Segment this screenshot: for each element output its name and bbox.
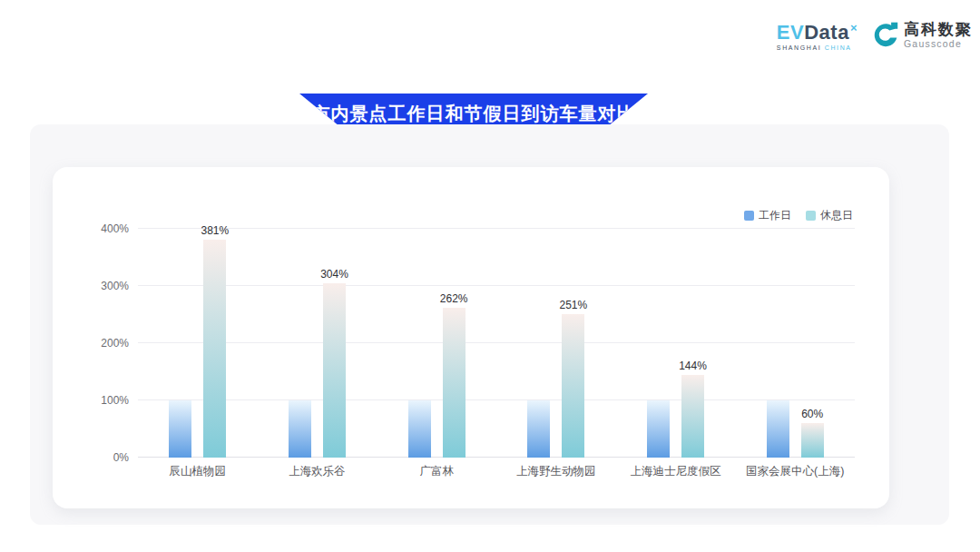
bar-工作日[interactable] bbox=[647, 400, 670, 458]
x-axis-category-label: 国家会展中心(上海) bbox=[735, 464, 855, 479]
bar-工作日[interactable] bbox=[767, 400, 789, 458]
bar-工作日[interactable] bbox=[408, 400, 431, 458]
bar-slot: 144% bbox=[681, 229, 704, 458]
legend-item-工作日[interactable]: 工作日 bbox=[744, 208, 791, 223]
bar-slot bbox=[169, 229, 191, 458]
chart-card: 工作日休息日 0%100%200%300%400%381%304%262%251… bbox=[53, 167, 889, 508]
value-label: 304% bbox=[320, 268, 348, 281]
value-label: 144% bbox=[679, 360, 707, 372]
bar-slot: 304% bbox=[323, 229, 346, 458]
content-panel: 工作日休息日 0%100%200%300%400%381%304%262%251… bbox=[30, 124, 949, 525]
evdata-x-icon: × bbox=[850, 21, 858, 34]
bar-slot bbox=[408, 229, 431, 458]
bar-休息日[interactable] bbox=[443, 308, 466, 458]
bar-slot: 251% bbox=[562, 229, 584, 458]
page: EVData× SHANGHAI CHINA 高科数聚 Gausscode 市内… bbox=[0, 0, 980, 552]
bar-工作日[interactable] bbox=[289, 400, 311, 458]
bar-group: 381% bbox=[138, 229, 258, 458]
gausscode-logo-cn: 高科数聚 bbox=[904, 21, 973, 38]
value-label: 381% bbox=[201, 224, 229, 237]
legend-label: 工作日 bbox=[759, 208, 791, 223]
y-tick-label: 300% bbox=[82, 280, 129, 292]
bar-slot bbox=[527, 229, 550, 458]
bar-休息日[interactable] bbox=[203, 240, 226, 458]
y-tick-label: 100% bbox=[82, 394, 129, 407]
x-axis-category-label: 广富林 bbox=[377, 464, 496, 479]
bar-工作日[interactable] bbox=[527, 400, 550, 458]
evdata-logo-text: EVData× bbox=[777, 18, 858, 43]
x-axis-category-label: 上海迪士尼度假区 bbox=[616, 464, 736, 479]
chart-legend: 工作日休息日 bbox=[744, 208, 853, 223]
bar-slot bbox=[289, 229, 311, 458]
y-tick-label: 400% bbox=[82, 222, 129, 235]
bar-slot bbox=[767, 229, 789, 458]
x-axis-category-label: 上海野生动物园 bbox=[496, 464, 616, 479]
bar-slot: 60% bbox=[801, 229, 824, 458]
y-tick-label: 0% bbox=[82, 451, 129, 464]
bar-休息日[interactable] bbox=[323, 283, 346, 458]
bar-group: 144% bbox=[616, 229, 736, 458]
value-label: 251% bbox=[559, 299, 587, 311]
gausscode-logo-icon bbox=[870, 20, 899, 49]
gausscode-logo: 高科数聚 Gausscode bbox=[870, 20, 973, 49]
bar-group: 304% bbox=[258, 229, 377, 458]
gausscode-logo-en: Gausscode bbox=[904, 38, 973, 49]
bar-休息日[interactable] bbox=[562, 314, 584, 458]
value-label: 262% bbox=[440, 292, 468, 305]
x-axis-category-label: 辰山植物园 bbox=[138, 464, 258, 479]
bar-工作日[interactable] bbox=[169, 400, 191, 458]
bar-休息日[interactable] bbox=[681, 375, 704, 458]
value-label: 60% bbox=[801, 408, 823, 420]
bar-group: 60% bbox=[735, 229, 855, 458]
bar-group: 251% bbox=[496, 229, 616, 458]
legend-item-休息日[interactable]: 休息日 bbox=[806, 208, 853, 223]
plot-area: 0%100%200%300%400%381%304%262%251%144%60… bbox=[138, 229, 855, 458]
y-tick-label: 200% bbox=[82, 337, 129, 350]
legend-swatch-icon bbox=[806, 211, 816, 221]
bar-slot: 262% bbox=[443, 229, 466, 458]
x-axis-category-label: 上海欢乐谷 bbox=[258, 464, 377, 479]
legend-swatch-icon bbox=[744, 211, 754, 221]
bar-slot bbox=[647, 229, 670, 458]
evdata-logo: EVData× SHANGHAI CHINA bbox=[777, 18, 858, 51]
section-title: 市内景点工作日和节假日到访车量对比 bbox=[312, 102, 636, 126]
bar-group: 262% bbox=[377, 229, 496, 458]
brand-logos: EVData× SHANGHAI CHINA 高科数聚 Gausscode bbox=[777, 18, 973, 51]
bar-休息日[interactable] bbox=[801, 423, 824, 458]
legend-label: 休息日 bbox=[820, 208, 853, 223]
bar-slot: 381% bbox=[203, 229, 226, 458]
evdata-logo-subtext: SHANGHAI CHINA bbox=[777, 44, 858, 51]
x-axis-labels: 辰山植物园上海欢乐谷广富林上海野生动物园上海迪士尼度假区国家会展中心(上海) bbox=[138, 464, 855, 479]
